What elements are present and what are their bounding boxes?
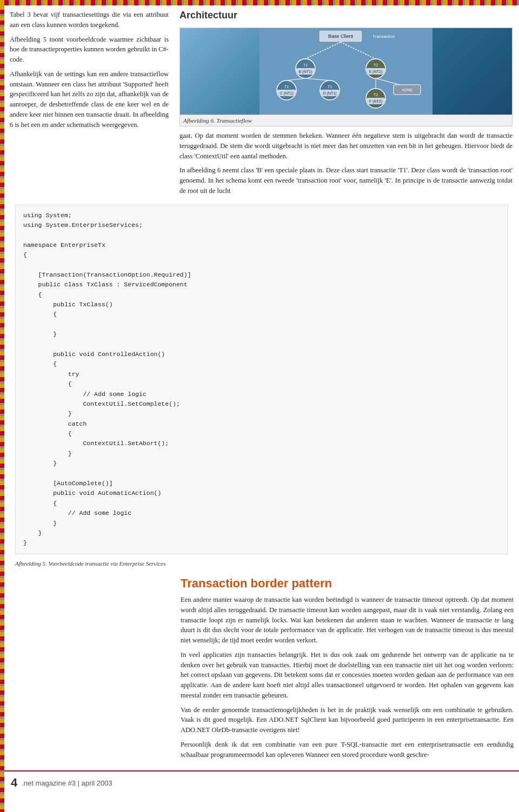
svg-text:E (NT2): E (NT2) xyxy=(369,70,383,74)
bottom-left-col xyxy=(10,570,172,764)
tbp-heading: Transaction border pattern xyxy=(181,576,514,590)
svg-text:C (NT1): C (NT1) xyxy=(280,91,294,96)
left-para-2: Afbeelding 5 toont voorbeeldcode waarmee… xyxy=(10,35,169,65)
right-para-5: Van de eerder genoemde transactiemogelij… xyxy=(181,705,514,735)
bottom-right-col: Transaction border pattern Een andere ma… xyxy=(181,570,514,764)
footer-brand-text: .net magazine #3 | april 2003 xyxy=(22,779,112,787)
section-heading: Architectuur xyxy=(179,10,513,22)
left-para-1: Tabel 3 bevat vijf transactiesettings di… xyxy=(10,10,169,30)
right-para-1: gaat. Op dat moment worden de stemmen be… xyxy=(179,131,513,161)
svg-text:T2: T2 xyxy=(374,93,378,97)
footer-page-number: 4 xyxy=(11,776,17,790)
top-decorative-bar xyxy=(0,0,519,5)
left-para-3: Afhankelijk van de settings kan een ande… xyxy=(10,69,169,130)
left-decorative-strip xyxy=(0,5,4,812)
svg-text:D (NT1): D (NT1) xyxy=(323,91,337,96)
right-para-3: Een andere manier waarop de transactie k… xyxy=(181,595,514,646)
svg-text:Base Client: Base Client xyxy=(328,33,354,39)
right-para-6: Persoonlijk denk ik dat een combinatie v… xyxy=(181,740,514,760)
code-section-wrapper: using System; using System.EnterpriseSer… xyxy=(4,200,519,570)
svg-text:NONE: NONE xyxy=(402,88,413,92)
code-caption: Afbeelding 5. Voorbeeldcode transactie v… xyxy=(10,559,514,570)
right-para-4: In veel applicaties zijn transacties bel… xyxy=(181,650,514,701)
figure-6-container: Base Client Transaction T1 B (NT1) T1 xyxy=(179,28,513,126)
svg-text:Transaction: Transaction xyxy=(372,34,395,39)
svg-text:T1: T1 xyxy=(328,85,332,89)
code-block: using System; using System.EnterpriseSer… xyxy=(15,205,508,554)
footer: 4 .net magazine #3 | april 2003 xyxy=(4,770,519,794)
svg-text:T1: T1 xyxy=(303,63,308,67)
svg-text:T1: T1 xyxy=(284,85,289,89)
footer-brand: .net magazine #3 | april 2003 xyxy=(22,779,112,787)
figure-6-caption: Afbeelding 6. Transactieflow xyxy=(180,115,512,126)
svg-text:F (NT2): F (NT2) xyxy=(369,99,382,104)
right-para-2: In afbeelding 6 neemt class 'B' een spec… xyxy=(179,165,513,196)
svg-text:B (NT1): B (NT1) xyxy=(299,70,312,74)
svg-text:T2: T2 xyxy=(374,63,378,67)
figure-6-image: Base Client Transaction T1 B (NT1) T1 xyxy=(180,28,512,115)
